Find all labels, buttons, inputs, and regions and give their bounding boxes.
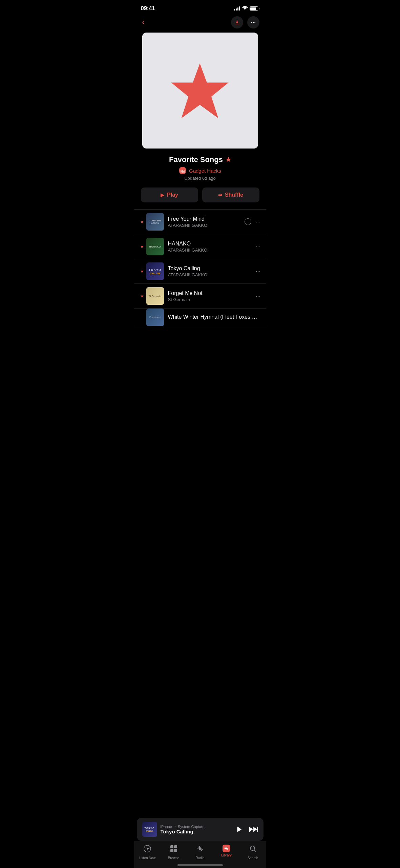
updated-text: Updated 6d ago (142, 176, 258, 181)
song-star-5: ★ (140, 315, 145, 320)
song-actions-3: ··· (255, 268, 260, 275)
shuffle-label: Shuffle (225, 192, 243, 198)
playlist-info: Favorite Songs ★ GADGET HACKS Gadget Hac… (134, 155, 266, 181)
song-download-icon-1[interactable]: ↓ (245, 218, 251, 225)
more-button[interactable] (247, 16, 259, 28)
song-more-button-4[interactable]: ··· (255, 293, 260, 300)
artwork-container (134, 33, 266, 149)
download-icon (234, 20, 240, 25)
song-thumb-3: TOKYO CALLING (146, 262, 164, 280)
song-star-4: ★ (140, 294, 145, 298)
song-info-5: White Winter Hymnal (Fleet Foxes Cover) (168, 314, 261, 321)
song-thumb-4: St Germain (146, 287, 164, 305)
song-title-4: Forget Me Not (168, 290, 253, 296)
song-actions-4: ··· (255, 293, 260, 300)
song-item[interactable]: ★ Pentatonix White Winter Hymnal (Fleet … (134, 309, 266, 326)
song-info-1: Free Your Mind ATARASHII GAKKO! (168, 216, 242, 228)
playlist-author[interactable]: GADGET HACKS Gadget Hacks (142, 167, 258, 174)
action-buttons: ▶ Play ⇌ Shuffle (134, 188, 266, 202)
song-star-1: ★ (140, 219, 145, 224)
author-avatar: GADGET HACKS (179, 167, 186, 174)
song-title-1: Free Your Mind (168, 216, 242, 222)
nav-bar: ‹ (134, 15, 266, 33)
svg-text:HACKS: HACKS (180, 171, 185, 173)
shuffle-icon: ⇌ (218, 192, 222, 198)
svg-point-1 (253, 22, 254, 23)
song-artist-3: ATARASHII GAKKO! (168, 272, 253, 277)
playlist-title: Favorite Songs ★ (142, 155, 258, 164)
song-thumb-2: HANAKO (146, 238, 164, 255)
song-item[interactable]: ★ ATARASHII GAKKO Free Your Mind ATARASH… (134, 210, 266, 234)
song-info-4: Forget Me Not St Germain (168, 290, 253, 302)
song-item[interactable]: ★ St Germain Forget Me Not St Germain ··… (134, 284, 266, 309)
shuffle-button[interactable]: ⇌ Shuffle (202, 188, 259, 202)
song-artist-1: ATARASHII GAKKO! (168, 223, 242, 228)
song-title-3: Tokyo Calling (168, 265, 253, 272)
star-icon (168, 59, 232, 122)
song-list: ★ ATARASHII GAKKO Free Your Mind ATARASH… (134, 209, 266, 326)
status-time: 09:41 (141, 5, 155, 12)
play-icon: ▶ (161, 192, 164, 198)
signal-icon (234, 6, 240, 11)
status-bar: 09:41 (134, 0, 266, 15)
song-title-5: White Winter Hymnal (Fleet Foxes Cover) (168, 314, 261, 320)
song-title-2: HANAKO (168, 241, 253, 247)
nav-actions (231, 16, 259, 28)
svg-point-2 (254, 22, 255, 23)
wifi-icon (242, 6, 248, 11)
song-artist-4: St Germain (168, 297, 253, 302)
song-star-3: ★ (140, 269, 145, 274)
song-thumb-1: ATARASHII GAKKO (146, 213, 164, 231)
song-artist-2: ATARASHII GAKKO! (168, 248, 253, 253)
song-thumb-5: Pentatonix (146, 309, 164, 326)
song-info-2: HANAKO ATARASHII GAKKO! (168, 241, 253, 253)
svg-marker-3 (171, 63, 229, 118)
svg-point-0 (251, 22, 252, 23)
song-item[interactable]: ★ TOKYO CALLING Tokyo Calling ATARASHII … (134, 259, 266, 284)
song-actions-1: ↓ ··· (245, 218, 260, 225)
author-name: Gadget Hacks (189, 168, 221, 174)
download-button[interactable] (231, 16, 243, 28)
status-icons (234, 6, 259, 11)
song-more-button-2[interactable]: ··· (255, 243, 260, 250)
battery-icon (250, 6, 259, 11)
more-icon (251, 20, 256, 25)
song-star-2: ★ (140, 244, 145, 249)
play-button[interactable]: ▶ Play (141, 188, 198, 202)
playlist-favorite-star: ★ (226, 156, 231, 163)
song-info-3: Tokyo Calling ATARASHII GAKKO! (168, 265, 253, 277)
song-more-button-3[interactable]: ··· (255, 268, 260, 275)
song-item[interactable]: ★ HANAKO HANAKO ATARASHII GAKKO! ··· (134, 234, 266, 259)
song-actions-2: ··· (255, 243, 260, 250)
back-button[interactable]: ‹ (141, 17, 146, 28)
play-label: Play (167, 192, 178, 198)
song-more-button-1[interactable]: ··· (255, 218, 260, 225)
playlist-artwork (142, 33, 258, 149)
playlist-title-text: Favorite Songs (169, 155, 223, 164)
